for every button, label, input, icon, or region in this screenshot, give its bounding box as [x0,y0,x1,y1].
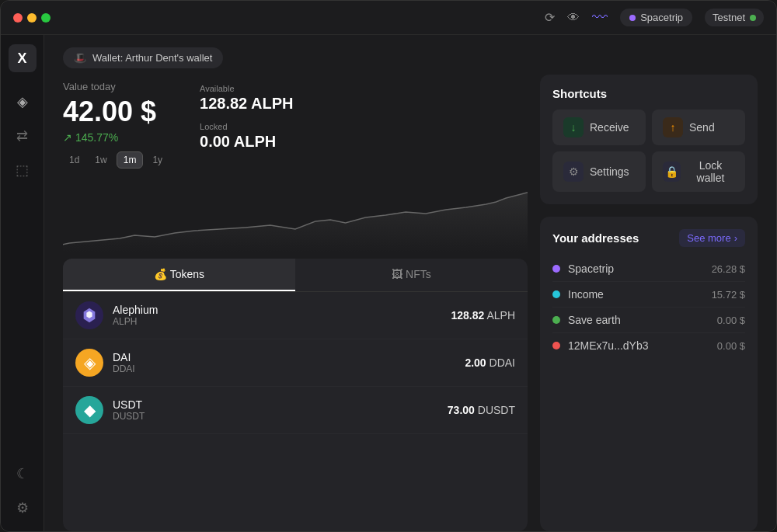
traffic-lights [13,13,51,23]
app-body: X ◈ ⇄ ⬚ ☾ ⚙ 🎩 Wallet: Arthur Dent's wall… [1,35,776,531]
shortcuts-grid: ↓ Receive ↑ Send ⚙ Settings [552,110,745,192]
left-panel: Value today 42.00 $ 145.77% 1d 1w 1m 1y [63,68,528,531]
saveearth-address-dot [552,316,560,324]
saveearth-address-value: 0.00 $ [717,315,745,326]
addresses-card: Your addresses See more › Spacetrip 26.2… [540,217,758,531]
spacetrip-dot [629,15,636,21]
lock-wallet-button[interactable]: 🔒 Lock wallet [652,151,745,192]
address-row-income[interactable]: Income 15.72 $ [552,282,745,308]
address-row-spacetrip[interactable]: Spacetrip 26.28 $ [552,256,745,282]
see-more-label: See more [687,232,730,244]
time-filter-1m[interactable]: 1m [117,151,144,169]
dai-name: DAI [113,351,465,363]
time-filter-1d[interactable]: 1d [63,151,85,169]
chevron-right-icon: › [734,232,737,244]
addresses-title: Your addresses [552,231,639,245]
spacetrip-label: Spacetrip [640,12,683,23]
time-filters: 1d 1w 1m 1y [63,151,169,169]
receive-label: Receive [590,121,629,134]
content-area: 🎩 Wallet: Arthur Dent's wallet Value tod… [44,35,776,531]
value-change: 145.77% [63,131,169,144]
locked-label: Locked [200,122,293,131]
settings-button[interactable]: ⚙ Settings [552,151,646,192]
sidebar: X ◈ ⇄ ⬚ ☾ ⚙ [1,35,44,531]
address-row-saveearth[interactable]: Save earth 0.00 $ [552,308,745,333]
unknown-address-dot [552,342,560,349]
see-more-button[interactable]: See more › [679,229,745,247]
wallet-emoji: 🎩 [74,52,86,64]
sidebar-item-export[interactable]: ⬚ [9,156,37,184]
chart-area [63,175,528,252]
usdt-info: USDT DUSDT [113,398,448,422]
send-button[interactable]: ↑ Send [652,110,745,145]
lock-icon: 🔒 [663,162,681,182]
sidebar-item-settings[interactable]: ⚙ [9,494,37,522]
network-badge[interactable]: Testnet [705,9,764,26]
usdt-amount: 73.00 DUSDT [448,404,515,416]
value-label: Value today [63,81,169,92]
tokens-tabs: 💰 Tokens 🖼 NFTs [63,259,528,292]
fullscreen-button[interactable] [41,13,51,23]
alephium-amount: 128.82 ALPH [451,309,515,322]
tokens-section: 💰 Tokens 🖼 NFTs [63,259,528,531]
available-balance: Available 128.82 ALPH [200,84,293,113]
lock-label: Lock wallet [687,159,734,184]
alephium-name: Alephium [113,304,451,316]
shortcuts-card: Shortcuts ↓ Receive ↑ Send ⚙ [540,75,758,204]
eye-icon[interactable]: 👁 [567,11,580,25]
sidebar-logo[interactable]: X [9,44,37,72]
available-amount: 128.82 ALPH [200,95,293,113]
token-row-dai[interactable]: ◈ DAI DDAI 2.00 DDAI [63,339,528,387]
saveearth-address-name: Save earth [568,314,717,326]
wallet-label[interactable]: 🎩 Wallet: Arthur Dent's wallet [63,47,223,68]
value-section: Value today 42.00 $ 145.77% 1d 1w 1m 1y [63,68,528,175]
spacetrip-badge[interactable]: Spacetrip [620,9,692,26]
income-address-dot [552,290,560,298]
address-row-unknown[interactable]: 12MEx7u...dYb3 0.00 $ [552,333,745,358]
sidebar-item-transfer[interactable]: ⇄ [9,122,37,150]
network-label: Testnet [713,12,745,23]
token-row-alephium[interactable]: Alephium ALPH 128.82 ALPH [63,292,528,339]
tab-tokens[interactable]: 💰 Tokens [63,259,295,291]
unknown-address-value: 0.00 $ [717,340,745,352]
send-label: Send [689,121,715,134]
usdt-name: USDT [113,398,448,411]
shortcuts-title: Shortcuts [552,87,745,100]
dai-amount: 2.00 DDAI [465,356,515,369]
income-address-name: Income [568,288,712,301]
tab-nfts[interactable]: 🖼 NFTs [295,259,528,291]
minimize-button[interactable] [27,13,37,23]
token-row-usdt[interactable]: ◆ USDT DUSDT 73.00 DUSDT [63,387,528,434]
settings-label: Settings [590,165,629,178]
spacetrip-address-name: Spacetrip [568,263,712,275]
titlebar: ⟳ 👁 〰 Spacetrip Testnet [1,1,776,35]
spacetrip-address-dot [552,265,560,273]
addresses-header: Your addresses See more › [552,229,745,247]
time-filter-1w[interactable]: 1w [89,151,113,169]
sidebar-bottom: ☾ ⚙ [9,460,37,522]
titlebar-actions: ⟳ 👁 〰 Spacetrip Testnet [545,9,764,26]
settings-icon: ⚙ [563,162,584,182]
locked-amount: 0.00 ALPH [200,133,293,151]
alephium-symbol: ALPH [113,316,451,327]
time-filter-1y[interactable]: 1y [146,151,169,169]
spacetrip-address-value: 26.28 $ [712,263,745,275]
usdt-symbol: DUSDT [113,411,448,422]
tokens-list: Alephium ALPH 128.82 ALPH ◈ [63,292,528,531]
unknown-address-name: 12MEx7u...dYb3 [568,339,717,352]
wallet-header: 🎩 Wallet: Arthur Dent's wallet [44,35,776,68]
portfolio-chart [63,175,528,252]
receive-icon: ↓ [563,117,584,137]
wallet-name: Wallet: Arthur Dent's wallet [92,52,212,64]
receive-button[interactable]: ↓ Receive [552,110,646,145]
value-amount: 42.00 $ [63,96,169,128]
available-label: Available [200,84,293,93]
sidebar-item-theme[interactable]: ☾ [9,460,37,488]
close-button[interactable] [13,13,23,23]
sidebar-item-dashboard[interactable]: ◈ [9,88,37,116]
refresh-icon[interactable]: ⟳ [545,10,555,25]
dai-symbol: DDAI [113,363,465,374]
activity-icon[interactable]: 〰 [592,9,608,26]
app-window: ⟳ 👁 〰 Spacetrip Testnet X ◈ ⇄ ⬚ ☾ [0,0,777,532]
right-panel: Shortcuts ↓ Receive ↑ Send ⚙ [540,68,758,531]
